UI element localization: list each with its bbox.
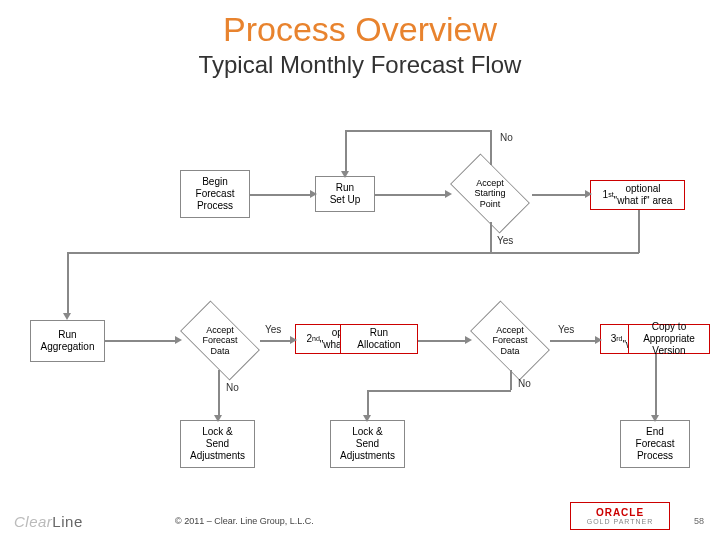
label-yes-3: Yes [558, 324, 574, 335]
logo-clearline-a: Clear [14, 513, 52, 530]
label-no-1: No [500, 132, 513, 143]
node-accept-forecast-2: AcceptForecastData [475, 313, 545, 368]
node-run-aggregation: RunAggregation [30, 320, 105, 362]
label-no-2: No [226, 382, 239, 393]
node-accept-starting-point-label: AcceptStartingPoint [455, 166, 525, 221]
page-subtitle: Typical Monthly Forecast Flow [0, 51, 720, 79]
node-whatif-2b: RunAllocation [340, 324, 418, 354]
logo-oracle-text: ORACLE [596, 507, 644, 518]
label-no-3: No [518, 378, 531, 389]
page-title: Process Overview [0, 10, 720, 49]
node-accept-forecast-1: AcceptForecastData [185, 313, 255, 368]
logo-clearline-b: Line [52, 513, 82, 530]
label-yes-2: Yes [265, 324, 281, 335]
logo-clearline: ClearLine [14, 513, 83, 530]
node-lock-1: Lock &SendAdjustments [180, 420, 255, 468]
logo-partner-text: GOLD PARTNER [587, 518, 654, 525]
flow-canvas: BeginForecastProcess RunSet Up AcceptSta… [0, 110, 720, 510]
node-accept-forecast-2-label: AcceptForecastData [475, 313, 545, 368]
node-run-setup: RunSet Up [315, 176, 375, 212]
node-whatif-1: 1st optional"what if" area [590, 180, 685, 210]
node-whatif-3b: Copy toAppropriateVersion [628, 324, 710, 354]
page-number: 58 [694, 516, 704, 526]
copyright-footer: © 2011 – Clear. Line Group, L.L.C. [175, 516, 314, 526]
node-end: EndForecastProcess [620, 420, 690, 468]
node-accept-starting-point: AcceptStartingPoint [455, 166, 525, 221]
node-begin: BeginForecastProcess [180, 170, 250, 218]
logo-oracle-partner: ORACLE GOLD PARTNER [570, 502, 670, 530]
node-lock-2: Lock &SendAdjustments [330, 420, 405, 468]
label-yes-1: Yes [497, 235, 513, 246]
node-accept-forecast-1-label: AcceptForecastData [185, 313, 255, 368]
